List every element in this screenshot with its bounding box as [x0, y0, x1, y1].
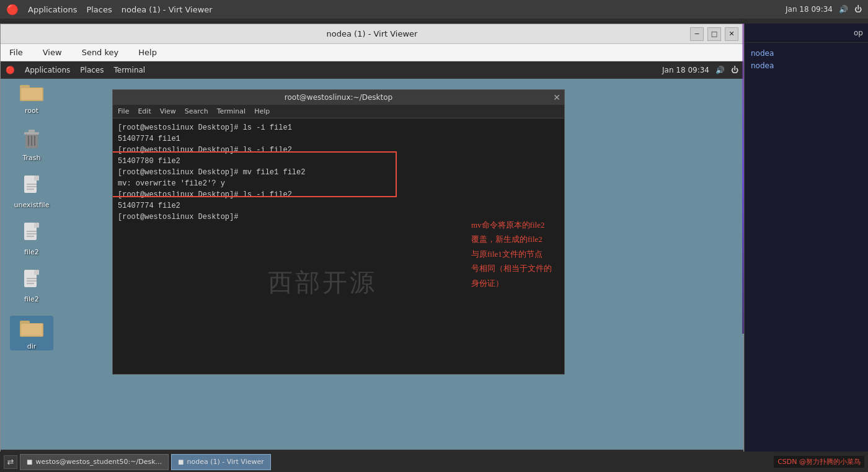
system-bar-left: 🔴 Applications Places nodea (1) - Virt V… — [6, 4, 213, 16]
virt-title-text: nodea (1) - Virt Viewer — [327, 29, 418, 38]
menu-file[interactable]: File — [6, 47, 27, 58]
vm-desktop: 🔴 Applications Places Terminal Jan 18 09… — [1, 61, 743, 470]
terminal-close-icon[interactable]: ✕ — [553, 92, 560, 102]
virt-viewer-window: nodea (1) - Virt Viewer − □ ✕ File View … — [0, 24, 744, 470]
desktop-icon-dir[interactable]: dir — [10, 316, 53, 350]
term-line-5: mv: overwrite 'file2'? y — [118, 178, 559, 189]
bottom-left-icon[interactable]: ⇄ — [4, 455, 17, 469]
term-line-3: 51407780 file2 — [118, 156, 559, 167]
system-power-icon[interactable]: ⏻ — [854, 5, 862, 14]
svg-rect-5 — [29, 130, 35, 133]
desktop-icons: root Trash — [10, 80, 53, 350]
annotation-line-3: 号相同（相当于文件的 — [471, 261, 552, 275]
bottom-task-westos[interactable]: ■ westos@westos_student50:~/Desk... — [20, 454, 169, 470]
dir-icon-label: dir — [27, 342, 37, 350]
purple-accent — [742, 24, 744, 334]
csdn-badge: CSDN @努力扑腾的小菜鸟 — [774, 456, 864, 468]
system-volume-icon: 🔊 — [839, 5, 848, 14]
right-panel-items: nodea nodea — [745, 43, 868, 76]
system-bar: 🔴 Applications Places nodea (1) - Virt V… — [0, 0, 868, 19]
gnome-bar-right: Jan 18 09:34 🔊 ⏻ — [662, 66, 738, 74]
svg-rect-17 — [34, 223, 39, 228]
bottom-task-westos-label: westos@westos_student50:~/Desk... — [35, 458, 162, 466]
right-panel-title: op — [745, 24, 868, 43]
svg-rect-23 — [34, 270, 39, 275]
gnome-volume-icon: 🔊 — [715, 66, 725, 74]
bottom-right-area: CSDN @努力扑腾的小菜鸟 — [774, 456, 864, 468]
system-logo-icon: 🔴 — [6, 4, 19, 16]
watermark-text: 西部开源 — [268, 265, 377, 300]
root-icon-label: root — [25, 107, 38, 115]
term-menu-search[interactable]: Search — [185, 107, 208, 115]
right-panel-item-1[interactable]: nodea — [751, 61, 862, 70]
term-menu-view[interactable]: View — [160, 107, 176, 115]
bottom-taskbar: ⇄ ■ westos@westos_student50:~/Desk... ■ … — [0, 452, 868, 472]
trash-icon-label: Trash — [22, 154, 40, 162]
gnome-power-icon[interactable]: ⏻ — [731, 66, 738, 74]
term-line-4: [root@westoslinux Desktop]# mv file1 fil… — [118, 167, 559, 178]
desktop-icon-file2-1[interactable]: file2 — [10, 221, 53, 256]
desktop-icon-file2-2[interactable]: file2 — [10, 269, 53, 303]
right-panel-item-0[interactable]: nodea — [751, 49, 862, 58]
desktop-icon-unexistfile[interactable]: unexistfile — [10, 174, 53, 209]
term-menu-terminal[interactable]: Terminal — [217, 107, 246, 115]
dir-folder-icon — [19, 316, 44, 341]
desktop-icon-trash[interactable]: Trash — [10, 127, 53, 162]
terminal-window: root@westoslinux:~/Desktop ✕ File Edit V… — [112, 89, 565, 375]
maximize-button[interactable]: □ — [707, 27, 721, 41]
term-line-1: 51407774 file1 — [118, 133, 559, 145]
term-line-6: [root@westoslinux Desktop]# ls -i file2 — [118, 189, 559, 200]
annotation-line-4: 身份证） — [471, 276, 552, 290]
gnome-places[interactable]: Places — [80, 66, 104, 74]
terminal-menu: File Edit View Search Terminal Help — [113, 105, 564, 118]
menu-help[interactable]: Help — [135, 47, 161, 58]
unexistfile-icon — [19, 174, 44, 199]
menu-sendkey[interactable]: Send key — [78, 47, 123, 58]
desktop-icon-root[interactable]: root — [10, 80, 53, 115]
terminal-title-bar: root@westoslinux:~/Desktop ✕ — [113, 90, 564, 105]
annotation-line-0: mv命令将原本的file2 — [471, 218, 552, 232]
annotation-text: mv命令将原本的file2 覆盖，新生成的file2 与原file1文件的节点 … — [471, 218, 552, 290]
minimize-button[interactable]: − — [690, 27, 704, 41]
annotation-line-2: 与原file1文件的节点 — [471, 247, 552, 261]
term-menu-edit[interactable]: Edit — [138, 107, 151, 115]
annotation-line-1: 覆盖，新生成的file2 — [471, 232, 552, 246]
right-panel: op nodea nodea — [744, 24, 868, 470]
svg-rect-2 — [21, 88, 42, 100]
system-bar-right: Jan 18 09:34 🔊 ⏻ — [786, 5, 862, 14]
close-button[interactable]: ✕ — [725, 27, 738, 41]
file2-1-icon-label: file2 — [24, 248, 39, 256]
gnome-datetime: Jan 18 09:34 — [662, 66, 709, 74]
term-menu-help[interactable]: Help — [254, 107, 270, 115]
trash-icon — [19, 127, 44, 152]
term-menu-file[interactable]: File — [118, 107, 129, 115]
svg-rect-29 — [21, 324, 42, 336]
virt-title-bar: nodea (1) - Virt Viewer − □ ✕ — [1, 24, 743, 44]
bottom-task-westos-icon: ■ — [27, 458, 32, 465]
gnome-applications[interactable]: Applications — [25, 66, 70, 74]
menu-view[interactable]: View — [39, 47, 66, 58]
system-datetime: Jan 18 09:34 — [786, 5, 833, 14]
terminal-body[interactable]: [root@westoslinux Desktop]# ls -i file1 … — [113, 118, 564, 374]
bottom-task-nodea-label: nodea (1) - Virt Viewer — [187, 458, 264, 466]
terminal-title-text: root@westoslinux:~/Desktop — [285, 93, 392, 102]
root-folder-icon — [19, 80, 44, 105]
unexistfile-icon-label: unexistfile — [14, 201, 50, 209]
file2-2-icon — [19, 269, 44, 293]
term-line-7: 51407774 file2 — [118, 200, 559, 212]
gnome-terminal[interactable]: Terminal — [113, 66, 145, 74]
file2-2-icon-label: file2 — [24, 295, 39, 303]
gnome-logo-icon: 🔴 — [6, 66, 15, 74]
bottom-task-nodea[interactable]: ■ nodea (1) - Virt Viewer — [171, 454, 271, 470]
system-applications[interactable]: Applications — [28, 5, 77, 14]
term-line-0: [root@westoslinux Desktop]# ls -i file1 — [118, 122, 559, 133]
svg-rect-11 — [34, 176, 39, 180]
window-controls: − □ ✕ — [690, 27, 738, 41]
bottom-task-nodea-icon: ■ — [178, 458, 184, 465]
system-places[interactable]: Places — [86, 5, 112, 14]
file2-1-icon — [19, 221, 44, 246]
system-virt-viewer[interactable]: nodea (1) - Virt Viewer — [122, 5, 213, 14]
virt-menu-bar: File View Send key Help — [1, 44, 743, 61]
gnome-top-bar: 🔴 Applications Places Terminal Jan 18 09… — [1, 61, 743, 79]
term-line-2: [root@westoslinux Desktop]# ls -i file2 — [118, 145, 559, 156]
